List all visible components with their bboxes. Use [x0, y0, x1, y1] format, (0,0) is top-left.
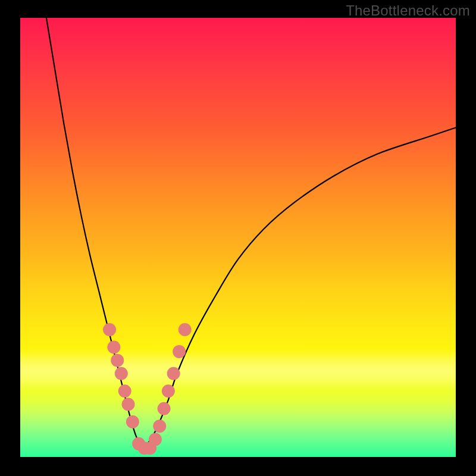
highlight-dot: [162, 384, 175, 397]
highlight-dot: [115, 367, 128, 380]
highlight-dot: [126, 415, 139, 428]
highlight-dot: [173, 345, 186, 358]
highlight-dot: [153, 419, 166, 433]
highlight-dot: [107, 341, 120, 354]
bottleneck-curve: [46, 18, 456, 448]
highlight-dot: [149, 433, 162, 446]
watermark-text: TheBottleneck.com: [346, 2, 470, 19]
highlight-dot: [122, 397, 135, 411]
chart-frame: TheBottleneck.com: [0, 0, 476, 476]
plot-area: [20, 18, 456, 457]
curve-left-branch: [46, 18, 142, 448]
curve-right-branch: [142, 128, 456, 449]
highlight-dot: [178, 323, 192, 336]
highlight-dot: [158, 402, 171, 415]
highlight-dot: [167, 367, 180, 380]
highlight-dot: [103, 323, 116, 336]
highlight-dot: [118, 384, 131, 397]
curve-layer: [20, 18, 456, 457]
highlight-dot: [111, 354, 124, 367]
highlight-dots: [103, 323, 192, 455]
